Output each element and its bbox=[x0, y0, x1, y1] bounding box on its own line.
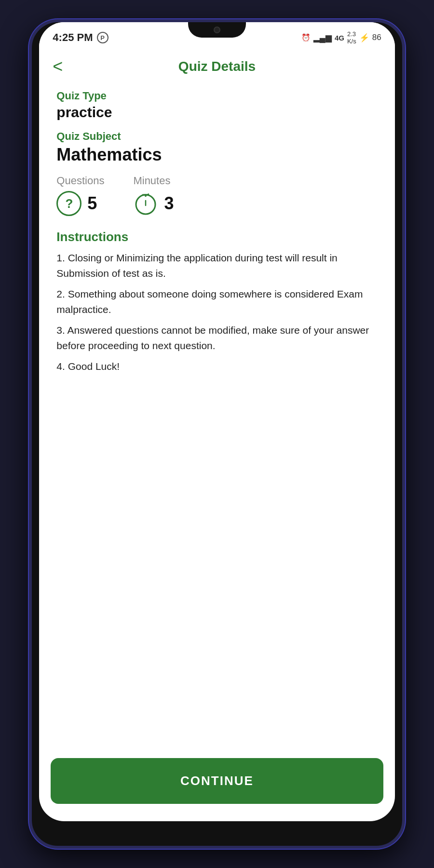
instruction-2: 2. Something about someone doing somewhe… bbox=[56, 286, 377, 317]
instruction-4: 4. Good Luck! bbox=[56, 359, 377, 374]
page-title: Quiz Details bbox=[178, 59, 256, 74]
signal-icon: ▂▄▆ bbox=[313, 33, 332, 43]
quiz-subject-label: Quiz Subject bbox=[56, 130, 377, 143]
questions-icon: ? bbox=[56, 191, 81, 216]
phone-notch bbox=[188, 22, 246, 38]
instructions-section: Instructions 1. Closing or Minimizing th… bbox=[56, 230, 377, 380]
status-time: 4:25 PM bbox=[53, 31, 93, 44]
minutes-stat: Minutes 3 bbox=[133, 175, 174, 216]
battery-level: 86 bbox=[372, 33, 381, 42]
questions-stat: Questions ? 5 bbox=[56, 175, 104, 216]
camera bbox=[214, 27, 220, 33]
app-content: < Quiz Details Quiz Type practice Quiz S… bbox=[39, 49, 394, 821]
stats-row: Questions ? 5 Minutes bbox=[56, 175, 377, 216]
battery-icon: ⚡ bbox=[359, 33, 369, 43]
back-button[interactable]: < bbox=[53, 58, 63, 75]
questions-count: 5 bbox=[87, 193, 97, 214]
quiz-subject-value: Mathematics bbox=[56, 145, 377, 165]
phone-screen: 4:25 PM P ⏰ ▂▄▆ 4G 2.3K/s ⚡ 86 bbox=[39, 22, 394, 821]
continue-button[interactable]: CONTINUE bbox=[51, 758, 383, 804]
quiz-type-section: Quiz Type practice bbox=[56, 90, 377, 130]
status-right: ⏰ ▂▄▆ 4G 2.3K/s ⚡ 86 bbox=[301, 30, 381, 45]
minutes-label: Minutes bbox=[133, 175, 170, 187]
questions-label: Questions bbox=[56, 175, 104, 187]
questions-value-row: ? 5 bbox=[56, 191, 97, 216]
network-icon: 4G bbox=[335, 34, 344, 42]
quiz-type-label: Quiz Type bbox=[56, 90, 377, 102]
main-content: Quiz Type practice Quiz Subject Mathemat… bbox=[39, 82, 394, 758]
instruction-1: 1. Closing or Minimizing the application… bbox=[56, 250, 377, 281]
quiz-subject-section: Quiz Subject Mathematics bbox=[56, 130, 377, 175]
header: < Quiz Details bbox=[39, 49, 394, 82]
speed-indicator: 2.3K/s bbox=[347, 30, 356, 45]
phone-frame: 4:25 PM P ⏰ ▂▄▆ 4G 2.3K/s ⚡ 86 bbox=[29, 19, 405, 849]
status-left: 4:25 PM P bbox=[53, 31, 108, 44]
instructions-title: Instructions bbox=[56, 230, 377, 244]
minutes-count: 3 bbox=[164, 193, 174, 214]
instruction-3: 3. Answered questions cannot be modified… bbox=[56, 323, 377, 353]
quiz-type-value: practice bbox=[56, 104, 377, 121]
parking-icon: P bbox=[97, 32, 108, 43]
alarm-icon: ⏰ bbox=[301, 33, 311, 42]
timer-icon bbox=[133, 191, 158, 216]
minutes-value-row: 3 bbox=[133, 191, 174, 216]
